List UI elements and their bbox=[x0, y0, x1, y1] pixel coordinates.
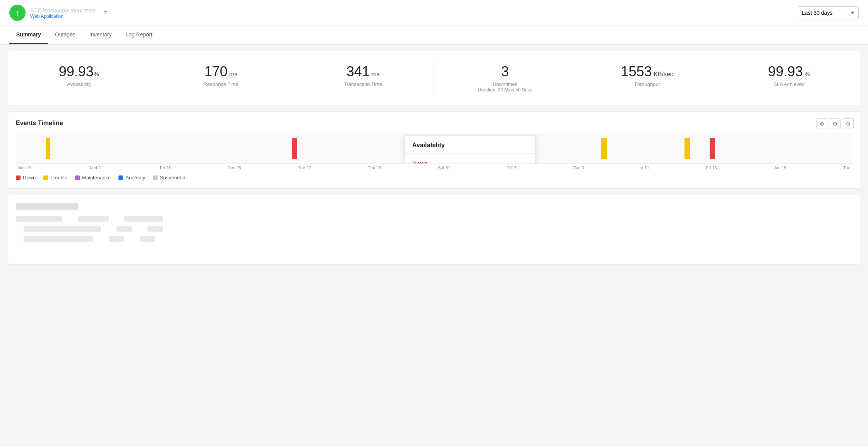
tooltip-status: Down bbox=[412, 160, 528, 164]
zoom-reset-button[interactable]: ⊙ bbox=[843, 118, 854, 129]
legend-dot-down bbox=[16, 175, 21, 180]
transaction-time-label: Transaction Time bbox=[298, 81, 428, 87]
bar-trouble-1 bbox=[46, 138, 51, 159]
events-timeline-title: Events Timeline bbox=[16, 120, 852, 127]
bar-down-1 bbox=[292, 138, 297, 159]
response-time-value: 170 ms bbox=[156, 64, 286, 80]
tab-summary[interactable]: Summary bbox=[9, 26, 48, 44]
tooltip-body: Down Outage Duration : 2 Mins 9 Secs Fro… bbox=[405, 154, 535, 164]
header-left: ↑ STE xxxxxxxxx.xxxx.xxxx Web Applicatio… bbox=[9, 5, 108, 21]
legend-dot-anomaly bbox=[118, 175, 123, 180]
tabs-bar: Summary Outages Inventory Log Report bbox=[0, 26, 868, 45]
bar-trouble-2 bbox=[601, 138, 607, 159]
downtimes-label: Downtimes bbox=[440, 81, 570, 87]
legend-label-down: Down bbox=[23, 175, 36, 181]
legend-label-anomaly: Anomaly bbox=[125, 175, 145, 181]
stats-bar: 99.93% Availability 170 ms Response Time… bbox=[8, 51, 860, 105]
date-label-fri23: Fri 23 bbox=[160, 165, 171, 170]
header: ↑ STE xxxxxxxxx.xxxx.xxxx Web Applicatio… bbox=[0, 0, 868, 26]
legend-suspended: Suspended bbox=[153, 175, 185, 181]
stat-sla: 99.93 % SLA Achieved bbox=[718, 60, 860, 96]
blurred-block-8 bbox=[109, 236, 124, 242]
response-title-blurred bbox=[16, 203, 78, 210]
availability-value: 99.93% bbox=[14, 64, 144, 80]
blurred-block-6 bbox=[148, 226, 163, 232]
date-selector[interactable]: Last 30 days Last 7 days Last 24 hours C… bbox=[797, 6, 859, 19]
date-label-mon19: Mon 19 bbox=[17, 165, 32, 170]
legend: Down Trouble Maintenance Anomaly Suspend… bbox=[16, 175, 852, 181]
date-label-dec25: Dec 25 bbox=[228, 165, 241, 170]
throughput-label: Throughput bbox=[582, 81, 712, 87]
zoom-in-button[interactable]: ⊕ bbox=[817, 118, 827, 129]
legend-label-suspended: Suspended bbox=[160, 175, 185, 181]
blurred-block-4 bbox=[24, 226, 101, 232]
date-label-tue27: Tue 27 bbox=[298, 165, 311, 170]
legend-label-maintenance: Maintenance bbox=[82, 175, 111, 181]
blurred-row-2 bbox=[24, 226, 852, 232]
tab-outages[interactable]: Outages bbox=[48, 26, 82, 44]
legend-down: Down bbox=[16, 175, 36, 181]
legend-maintenance: Maintenance bbox=[75, 175, 111, 181]
events-timeline-section: Events Timeline ⊕ ⊖ ⊙ Availability Down … bbox=[8, 112, 860, 189]
blurred-block-5 bbox=[117, 226, 132, 232]
bar-down-4 bbox=[710, 138, 715, 159]
date-label-tue0: Tue 0 bbox=[573, 165, 584, 170]
date-label-tue: Tue bbox=[843, 165, 851, 170]
status-up-icon: ↑ bbox=[9, 5, 26, 21]
stat-response-time: 170 ms Response Time bbox=[150, 60, 292, 96]
menu-icon[interactable]: ≡ bbox=[103, 9, 108, 17]
tab-inventory[interactable]: Inventory bbox=[82, 26, 119, 44]
blurred-block-1 bbox=[16, 216, 62, 222]
sla-label: SLA Achieved bbox=[724, 81, 854, 87]
throughput-value: 1553 KB/sec bbox=[582, 64, 712, 80]
date-label-jan15: Jan 15 bbox=[774, 165, 787, 170]
date-label-thu29: Thu 29 bbox=[368, 165, 381, 170]
blurred-row-1 bbox=[16, 216, 852, 222]
monitor-info: STE xxxxxxxxx.xxxx.xxxx Web Application bbox=[30, 7, 96, 19]
blurred-block-9 bbox=[140, 236, 155, 242]
blurred-block-3 bbox=[124, 216, 163, 222]
transaction-time-value: 341 ms bbox=[298, 64, 428, 80]
zoom-out-button[interactable]: ⊖ bbox=[830, 118, 841, 129]
availability-label: Availability bbox=[14, 81, 144, 87]
legend-dot-trouble bbox=[43, 175, 48, 180]
stat-throughput: 1553 KB/sec Throughput bbox=[576, 60, 718, 96]
stat-availability: 99.93% Availability bbox=[8, 60, 150, 96]
legend-anomaly: Anomaly bbox=[118, 175, 145, 181]
stat-downtimes: 3 Downtimes Duration: 29 Mins 50 Secs bbox=[434, 60, 576, 96]
tab-log-report[interactable]: Log Report bbox=[118, 26, 159, 44]
timeline-controls: ⊕ ⊖ ⊙ bbox=[817, 118, 854, 129]
date-label-sat31: Sat 31 bbox=[438, 165, 450, 170]
legend-dot-suspended bbox=[153, 175, 158, 180]
date-label-d11: d 11 bbox=[641, 165, 649, 170]
legend-trouble: Trouble bbox=[43, 175, 67, 181]
monitor-name: STE xxxxxxxxx.xxxx.xxxx bbox=[30, 7, 96, 14]
blurred-row-3 bbox=[24, 236, 852, 242]
response-time-label: Response Time bbox=[156, 81, 286, 87]
stat-transaction-time: 341 ms Transaction Time bbox=[292, 60, 434, 96]
downtimes-value: 3 bbox=[440, 64, 570, 80]
date-label-fri13: Fri 13 bbox=[706, 165, 717, 170]
response-time-section bbox=[8, 195, 860, 265]
legend-dot-maintenance bbox=[75, 175, 80, 180]
tooltip-header: Availability bbox=[405, 136, 535, 154]
date-labels: Mon 19 Wed 21 Fri 23 Dec 25 Tue 27 Thu 2… bbox=[16, 165, 852, 170]
blurred-block-2 bbox=[78, 216, 109, 222]
downtimes-sub: Duration: 29 Mins 50 Secs bbox=[440, 87, 570, 93]
sla-value: 99.93 % bbox=[724, 64, 854, 80]
date-label-2017: 2017 bbox=[507, 165, 516, 170]
availability-tooltip: Availability Down Outage Duration : 2 Mi… bbox=[404, 135, 536, 164]
bar-trouble-3 bbox=[684, 138, 690, 159]
date-selector-wrapper: Last 30 days Last 7 days Last 24 hours C… bbox=[797, 6, 859, 19]
blurred-block-7 bbox=[24, 236, 93, 242]
date-label-wed21: Wed 21 bbox=[88, 165, 103, 170]
timeline-chart[interactable]: Availability Down Outage Duration : 2 Mi… bbox=[16, 133, 852, 164]
monitor-type: Web Application bbox=[30, 14, 96, 19]
legend-label-trouble: Trouble bbox=[50, 175, 67, 181]
